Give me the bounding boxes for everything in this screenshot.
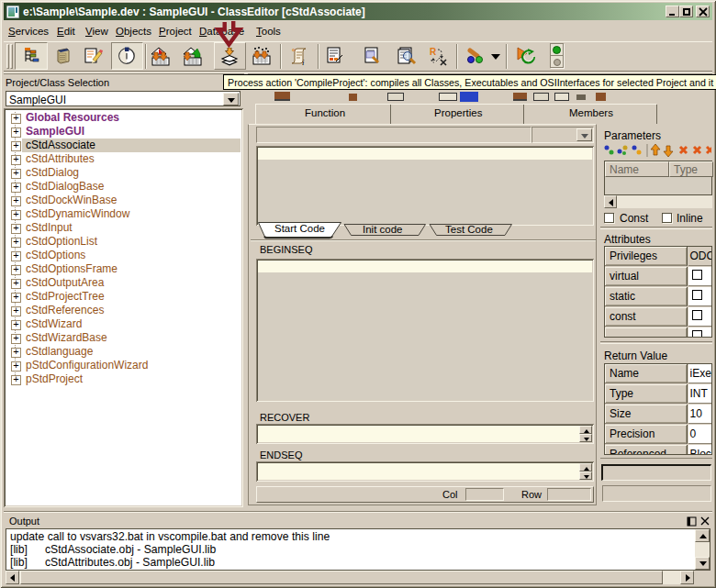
svg-text:°: ° [292, 48, 295, 56]
svg-text:i: i [302, 58, 305, 66]
svg-text:R: R [430, 47, 437, 57]
